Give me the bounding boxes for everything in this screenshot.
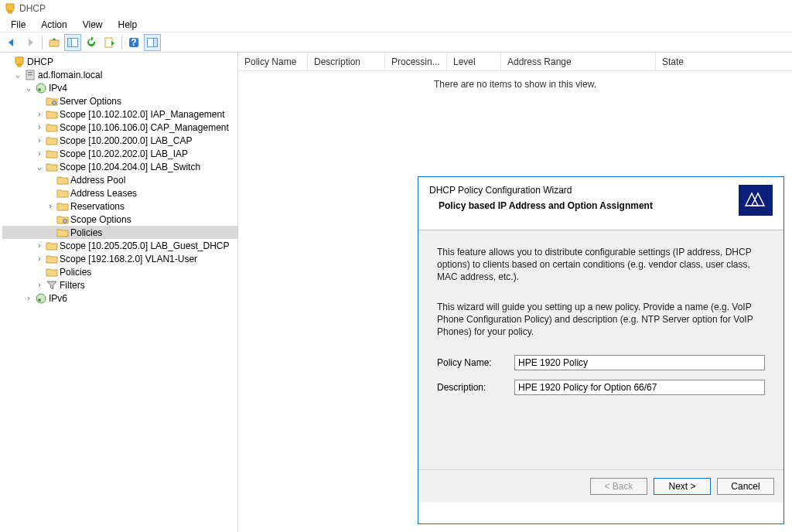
wizard-subtitle: Policy based IP Address and Option Assig… xyxy=(429,200,653,211)
tree-label: DHCP xyxy=(27,56,53,67)
folder-icon xyxy=(46,266,58,278)
svg-point-18 xyxy=(38,298,41,302)
tree-server[interactable]: ⌄ ad.flomain.local xyxy=(2,68,237,81)
svg-rect-1 xyxy=(50,40,59,46)
ipv6-icon xyxy=(35,292,47,305)
list-pane: Policy Name Description Processin... Lev… xyxy=(238,53,792,532)
toolbar-separator xyxy=(42,36,43,49)
svg-rect-11 xyxy=(28,72,32,73)
dhcp-icon xyxy=(13,56,26,68)
expander-icon[interactable]: › xyxy=(35,110,44,118)
col-address-range[interactable]: Address Range xyxy=(501,53,656,70)
menu-help[interactable]: Help xyxy=(111,19,145,30)
expander-icon[interactable]: ⌄ xyxy=(24,84,33,92)
expander-icon[interactable]: › xyxy=(35,123,44,131)
menubar: File Action View Help xyxy=(0,17,792,32)
filter-icon xyxy=(46,279,58,292)
wizard-title: DHCP Policy Configuration Wizard xyxy=(429,185,653,196)
policy-wizard-dialog: DHCP Policy Configuration Wizard Policy … xyxy=(418,176,784,524)
cancel-button[interactable]: Cancel xyxy=(717,478,774,495)
tree-server-options[interactable]: › Server Options xyxy=(2,94,237,107)
menu-view[interactable]: View xyxy=(75,19,111,30)
svg-text:?: ? xyxy=(131,37,136,48)
col-state[interactable]: State xyxy=(656,53,792,70)
expander-icon[interactable]: ⌄ xyxy=(35,162,44,171)
tree-address-pool[interactable]: › Address Pool xyxy=(2,173,237,186)
menu-file[interactable]: File xyxy=(3,19,33,30)
export-button[interactable] xyxy=(101,34,118,51)
expander-icon[interactable]: › xyxy=(35,136,44,145)
tree-scope[interactable]: › Scope [10.106.106.0] CAP_Management xyxy=(2,121,237,134)
tree-scope[interactable]: › Scope [10.205.205.0] LAB_Guest_DHCP xyxy=(2,239,237,252)
tree-scope[interactable]: › Scope [192.168.2.0] VLAN1-User xyxy=(2,252,237,265)
tree-scope[interactable]: › Scope [10.102.102.0] IAP_Management xyxy=(2,107,237,121)
action-pane-button[interactable] xyxy=(144,34,161,51)
list-column-headers: Policy Name Description Processin... Lev… xyxy=(238,53,792,71)
tree-root-dhcp[interactable]: › DHCP xyxy=(2,55,237,68)
help-button[interactable]: ? xyxy=(125,34,142,51)
expander-icon[interactable]: ⌄ xyxy=(13,70,22,79)
svg-point-14 xyxy=(38,88,41,91)
toolbar: ? xyxy=(0,32,792,53)
description-input[interactable] xyxy=(514,380,765,395)
svg-point-15 xyxy=(53,101,56,104)
folder-icon xyxy=(46,148,58,160)
tree-ipv6[interactable]: › IPv6 xyxy=(2,292,237,305)
expander-icon[interactable]: › xyxy=(46,202,55,210)
col-description[interactable]: Description xyxy=(308,53,385,70)
svg-rect-8 xyxy=(154,38,158,46)
description-label: Description: xyxy=(437,382,514,393)
tree-label: Address Pool xyxy=(70,175,125,186)
wizard-header: DHCP Policy Configuration Wizard Policy … xyxy=(418,177,783,230)
expander-icon[interactable]: › xyxy=(35,149,44,158)
tree-ipv4[interactable]: ⌄ IPv4 xyxy=(2,81,237,94)
col-policy-name[interactable]: Policy Name xyxy=(238,53,308,70)
svg-rect-4 xyxy=(105,38,112,47)
col-level[interactable]: Level xyxy=(447,53,501,70)
col-processing[interactable]: Processin... xyxy=(385,53,447,70)
main-area: › DHCP ⌄ ad.flomain.local ⌄ IPv4 xyxy=(0,53,792,532)
next-button[interactable]: Next > xyxy=(654,478,711,495)
tree-ipv4-policies[interactable]: › Policies xyxy=(2,265,237,278)
tree-label: Scope [10.200.200.0] LAB_CAP xyxy=(60,135,192,146)
expander-icon[interactable]: › xyxy=(35,254,44,263)
wizard-button-row: < Back Next > Cancel xyxy=(418,470,783,503)
folder-icon xyxy=(46,135,58,147)
tree-label: Scope Options xyxy=(70,214,131,225)
show-hide-tree-button[interactable] xyxy=(64,34,81,51)
tree: › DHCP ⌄ ad.flomain.local ⌄ IPv4 xyxy=(2,55,237,305)
svg-point-17 xyxy=(36,294,46,303)
expander-icon[interactable]: › xyxy=(35,241,44,250)
toolbar-separator xyxy=(121,36,122,49)
tree-pane[interactable]: › DHCP ⌄ ad.flomain.local ⌄ IPv4 xyxy=(0,53,238,532)
tree-reservations[interactable]: › Reservations xyxy=(2,200,237,213)
tree-address-leases[interactable]: › Address Leases xyxy=(2,186,237,200)
folder-gear-icon xyxy=(56,213,69,226)
svg-rect-0 xyxy=(9,11,12,13)
nav-forward-button[interactable] xyxy=(22,34,39,51)
tree-scope[interactable]: › Scope [10.202.202.0] LAB_IAP xyxy=(2,147,237,160)
tree-filters[interactable]: › Filters xyxy=(2,278,237,292)
policy-name-input[interactable] xyxy=(514,355,765,370)
policy-name-label: Policy Name: xyxy=(437,357,514,368)
tree-scope[interactable]: › Scope [10.200.200.0] LAB_CAP xyxy=(2,134,237,147)
tree-scope-policies[interactable]: › Policies xyxy=(2,226,237,239)
ipv4-icon xyxy=(35,82,47,94)
dhcp-app-icon xyxy=(4,2,16,15)
expander-icon[interactable]: › xyxy=(35,281,44,289)
up-button[interactable] xyxy=(46,34,63,51)
expander-icon[interactable]: › xyxy=(24,294,33,302)
tree-label: ad.flomain.local xyxy=(38,70,102,80)
nav-back-button[interactable] xyxy=(3,34,20,51)
wizard-paragraph: This feature allows you to distribute co… xyxy=(437,246,765,284)
list-empty-message: There are no items to show in this view. xyxy=(238,71,792,90)
folder-icon xyxy=(46,240,58,252)
menu-action[interactable]: Action xyxy=(33,19,74,30)
tree-label: Server Options xyxy=(60,96,121,107)
folder-gear-icon xyxy=(46,95,58,107)
refresh-button[interactable] xyxy=(83,34,100,51)
tree-label: Policies xyxy=(60,267,91,278)
tree-scope-expanded[interactable]: ⌄ Scope [10.204.204.0] LAB_Switch xyxy=(2,160,237,173)
tree-label: Address Leases xyxy=(70,188,137,199)
tree-scope-options[interactable]: › Scope Options xyxy=(2,213,237,226)
